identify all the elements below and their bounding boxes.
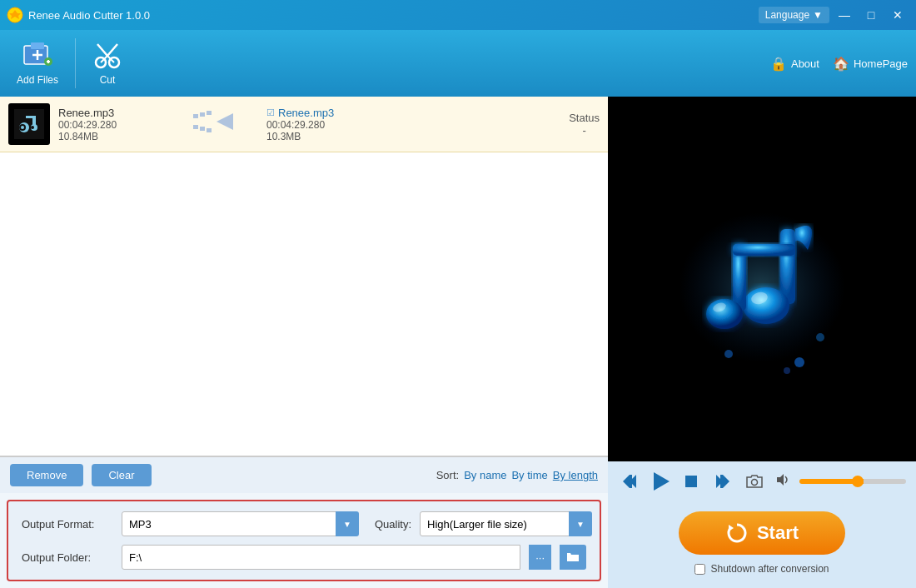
browse-folder-button[interactable] (560, 545, 586, 570)
start-label: Start (757, 522, 799, 544)
status-label: Status (569, 112, 600, 124)
play-button[interactable] (650, 471, 671, 492)
preview-area (608, 97, 916, 461)
svg-point-36 (706, 299, 743, 329)
sort-by-time-link[interactable]: By time (511, 469, 547, 481)
title-bar-left: Renee Audio Cutter 1.0.0 (7, 7, 150, 23)
language-button[interactable]: Language ▼ (759, 7, 829, 23)
cut-button[interactable]: Cut (84, 36, 131, 91)
volume-thumb[interactable] (852, 476, 864, 487)
output-size: 10.3MB (266, 131, 400, 142)
toolbar-left: Add Files Cut (8, 36, 131, 91)
music-visual (608, 97, 916, 461)
home-icon: 🏠 (833, 56, 849, 72)
svg-point-40 (724, 350, 733, 358)
table-row: Renee.mp3 00:04:29.280 10.84MB (0, 97, 608, 152)
skip-back-button[interactable] (618, 470, 641, 493)
format-value: MP3 (129, 518, 152, 531)
quality-value: High(Larger file size) (421, 518, 569, 531)
shutdown-checkbox[interactable] (694, 564, 705, 575)
svg-marker-52 (729, 525, 734, 531)
folder-row: Output Folder: ··· (22, 545, 586, 570)
cut-label: Cut (100, 74, 116, 86)
svg-rect-28 (207, 128, 212, 132)
title-bar-right: Language ▼ — □ ✕ (759, 5, 909, 25)
file-size: 10.84MB (58, 131, 167, 142)
about-label: About (791, 57, 819, 70)
svg-point-50 (752, 480, 758, 486)
svg-line-14 (97, 44, 107, 56)
about-link[interactable]: 🔒 About (770, 56, 819, 72)
svg-point-41 (816, 333, 824, 341)
sort-by-name-link[interactable]: By name (464, 469, 506, 481)
left-panel: Renee.mp3 00:04:29.280 10.84MB (0, 97, 608, 588)
main-area: Renee.mp3 00:04:29.280 10.84MB (0, 97, 916, 588)
clear-button[interactable]: Clear (92, 464, 151, 486)
svg-marker-42 (623, 475, 630, 488)
svg-rect-3 (31, 42, 44, 49)
stop-button[interactable] (680, 470, 703, 493)
svg-rect-24 (200, 112, 205, 117)
shutdown-row: Shutdown after conversion (694, 563, 829, 575)
svg-rect-15 (14, 109, 44, 139)
close-button[interactable]: ✕ (886, 5, 909, 25)
toolbar-right: 🔒 About 🏠 HomePage (770, 56, 908, 72)
skip-forward-button[interactable] (711, 470, 734, 493)
remove-button[interactable]: Remove (10, 464, 83, 486)
app-logo-icon (7, 7, 23, 23)
start-button[interactable]: Start (679, 511, 845, 555)
sort-label: Sort: (436, 469, 459, 481)
output-folder-label: Output Folder: (22, 551, 113, 564)
status-value: - (569, 124, 600, 137)
volume-slider[interactable] (799, 479, 906, 484)
svg-rect-27 (200, 127, 205, 131)
svg-rect-26 (193, 125, 198, 129)
toolbar: Add Files Cut 🔒 About 🏠 HomeP (0, 30, 916, 97)
file-list: Renee.mp3 00:04:29.280 10.84MB (0, 97, 608, 456)
sort-area: Sort: By name By time By length (436, 469, 598, 481)
svg-point-39 (784, 367, 790, 374)
minimize-button[interactable]: — (833, 5, 856, 25)
svg-rect-35 (733, 244, 795, 256)
svg-line-13 (107, 44, 117, 56)
camera-button[interactable] (743, 470, 766, 493)
player-controls (608, 461, 916, 501)
right-panel: Start Shutdown after conversion (608, 97, 916, 588)
svg-rect-48 (720, 475, 723, 488)
homepage-label: HomePage (854, 57, 908, 70)
svg-marker-49 (723, 475, 729, 488)
file-duration: 00:04:29.280 (58, 119, 167, 131)
cut-icon (92, 41, 122, 71)
svg-rect-46 (685, 476, 697, 487)
arrow-icon (192, 109, 241, 139)
svg-marker-51 (777, 474, 784, 486)
add-files-label: Add Files (17, 74, 58, 86)
svg-point-32 (743, 287, 789, 324)
svg-rect-25 (207, 111, 212, 115)
sort-by-length-link[interactable]: By length (553, 469, 598, 481)
quality-select[interactable]: High(Larger file size) ▼ (420, 511, 586, 536)
settings-panel: Output Format: MP3 ▼ Quality: High(Large… (7, 500, 601, 581)
format-dropdown-arrow: ▼ (336, 511, 359, 536)
title-bar: Renee Audio Cutter 1.0.0 Language ▼ — □ … (0, 0, 916, 30)
add-files-button[interactable]: Add Files (8, 36, 67, 91)
volume-icon (774, 472, 791, 491)
homepage-link[interactable]: 🏠 HomePage (833, 56, 908, 72)
format-row: Output Format: MP3 ▼ Quality: High(Large… (22, 511, 586, 536)
output-format-label: Output Format: (22, 518, 113, 531)
file-info: Renee.mp3 00:04:29.280 10.84MB (58, 107, 167, 142)
output-format-select[interactable]: MP3 ▼ (122, 511, 353, 536)
lock-icon: 🔒 (770, 56, 787, 72)
shutdown-label: Shutdown after conversion (710, 563, 829, 575)
file-thumbnail (8, 103, 50, 145)
status-column: Status - (569, 112, 600, 137)
svg-marker-29 (217, 113, 233, 130)
start-panel: Start Shutdown after conversion (608, 501, 916, 588)
output-duration: 00:04:29.280 (266, 119, 400, 131)
controls-bar: Remove Clear Sort: By name By time By le… (0, 456, 608, 493)
output-info: ☑ Renee.mp3 00:04:29.280 10.3MB (266, 107, 400, 142)
output-folder-input[interactable] (122, 545, 520, 570)
maximize-button[interactable]: □ (859, 5, 883, 25)
quality-label: Quality: (375, 518, 411, 531)
browse-dots-button[interactable]: ··· (529, 545, 551, 570)
